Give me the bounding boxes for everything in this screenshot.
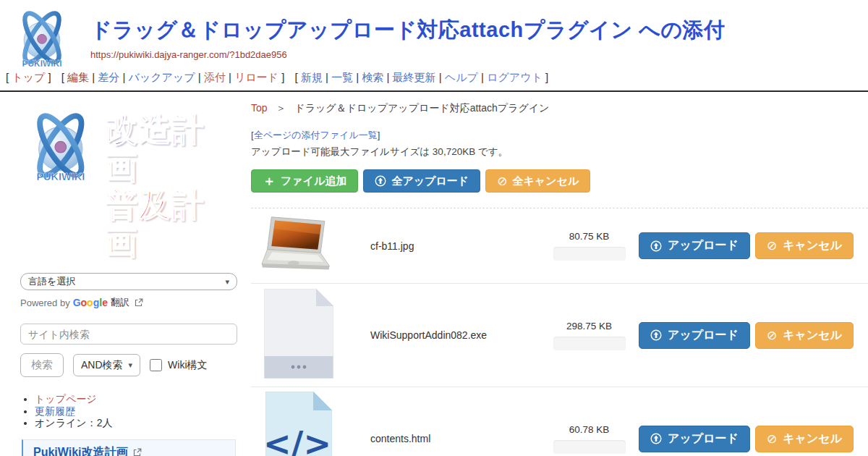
ban-circle-icon: ⊘ — [497, 175, 507, 187]
ban-circle-icon: ⊘ — [767, 240, 777, 252]
file-name: WikiSupportAddin082.exe — [346, 329, 551, 341]
upload-all-button[interactable]: 全アップロード — [363, 169, 480, 193]
nav-item[interactable]: 最終更新 — [383, 71, 435, 83]
nav-group-page-actions: 編集差分バックアップ添付リロード — [61, 71, 285, 85]
file-size-cell: 298.75 KB — [551, 321, 627, 350]
file-row: </> cf-b11.jpg 80.75 KB アップロード — [251, 208, 868, 284]
search-mode-value: AND検索 — [81, 359, 123, 372]
nav-item[interactable]: 検索 — [353, 71, 383, 83]
file-actions: アップロード ⊘ キャンセル — [639, 232, 854, 259]
page-title: ドラッグ＆ドロップアップロード対応attachプラグイン への添付 — [90, 16, 726, 45]
nav-item[interactable]: 新規 — [301, 71, 323, 83]
sidebar-heading-box: PukiWiki改造計画 — [22, 439, 236, 456]
translate-label[interactable]: 翻訳 — [111, 296, 129, 309]
sidebar-link[interactable]: トップページ — [35, 393, 97, 405]
upload-button[interactable]: アップロード — [639, 232, 750, 259]
sidebar-quick-links: トップページ更新履歴オンライン：2人 — [20, 393, 238, 429]
search-controls: 検索 AND検索 ▾ Wiki構文 — [20, 353, 238, 377]
laptop-image-thumbnail — [258, 214, 341, 279]
search-mode-select[interactable]: AND検索 ▾ — [73, 354, 140, 376]
attach-list-line: [全ページの添付ファイル一覧] — [251, 129, 868, 142]
header: PUKIWIKI ドラッグ＆ドロップアップロード対応attachプラグイン への… — [0, 0, 868, 69]
file-thumbnail: </> — [251, 392, 346, 456]
upload-button-label: アップロード — [668, 431, 739, 447]
nav-item[interactable]: 添付 — [195, 71, 226, 83]
language-select[interactable]: 言語を選択 ▾ — [20, 273, 237, 290]
search-button[interactable]: 検索 — [20, 353, 64, 377]
file-thumbnail: </> — [251, 214, 346, 279]
upload-progress-bar — [553, 337, 626, 350]
nav-group-site-actions: 新規一覧検索最終更新ヘルプログアウト — [295, 71, 549, 85]
sidebar-heading-link[interactable]: PukiWiki改造計画 — [33, 446, 128, 456]
google-letter: G — [73, 297, 81, 308]
bracket: ] — [378, 130, 380, 140]
google-letter: g — [93, 297, 100, 308]
file-actions: アップロード ⊘ キャンセル — [639, 322, 854, 349]
logo-wordmark: PUKIWIKI — [22, 59, 61, 69]
atom-icon: PUKIWIKI — [20, 105, 101, 186]
nav-item[interactable]: 一覧 — [323, 71, 353, 83]
file-name: cf-b11.jpg — [346, 240, 551, 252]
wiki-syntax-checkbox[interactable] — [150, 359, 162, 371]
upload-circle-icon — [375, 175, 386, 187]
cancel-button-label: キャンセル — [783, 238, 842, 253]
wiki-syntax-option: Wiki構文 — [150, 359, 207, 372]
cancel-button[interactable]: ⊘ キャンセル — [755, 232, 854, 259]
google-letter: o — [81, 297, 88, 308]
powered-by-label: Powered by — [20, 297, 70, 308]
upload-file-list: </> cf-b11.jpg 80.75 KB アップロード — [251, 208, 868, 456]
breadcrumb-separator: ＞ — [276, 102, 286, 114]
cancel-all-label: 全キャンセル — [512, 174, 579, 188]
logo-wordmark: PUKIWIKI — [36, 171, 85, 182]
language-select-value: 言語を選択 — [28, 275, 75, 288]
upload-circle-icon — [650, 240, 662, 252]
chevron-down-icon: ▾ — [225, 277, 229, 287]
sidebar: PUKIWIKI 改造計画 普及計画 言語を選択 ▾ Powered by Go… — [0, 92, 250, 456]
sidebar-link[interactable]: 更新履歴 — [35, 405, 75, 417]
google-letter: o — [87, 297, 93, 308]
add-file-button[interactable]: ＋ ファイル追加 — [251, 169, 358, 193]
max-filesize-text: アップロード可能最大ファイルサイズは 30,720KB です。 — [251, 145, 868, 159]
banner-slogan: 改造計画 普及計画 — [106, 111, 238, 261]
nav-item[interactable]: ヘルプ — [436, 71, 478, 83]
file-thumbnail: </> — [251, 289, 346, 381]
plus-icon: ＋ — [263, 174, 276, 187]
sidebar-link[interactable]: オンライン：2人 — [35, 417, 112, 428]
page-url-link[interactable]: https://pukiwiki.dajya-ranger.com/?1bd2d… — [90, 49, 287, 60]
site-search-input[interactable] — [20, 324, 237, 345]
file-size-cell: 80.75 KB — [551, 231, 627, 261]
nav-item[interactable]: 差分 — [89, 71, 119, 83]
file-size: 298.75 KB — [551, 321, 627, 332]
atom-icon: PUKIWIKI — [9, 4, 75, 71]
file-row: </> contents.html 60.78 KB アップロー — [251, 387, 868, 456]
pukiwiki-atom-logo-icon[interactable]: PUKIWIKI — [9, 4, 75, 74]
upload-button[interactable]: アップロード — [639, 426, 750, 452]
list-item: 更新履歴 — [35, 405, 238, 418]
list-item: オンライン：2人 — [35, 417, 238, 429]
chevron-down-icon: ▾ — [129, 360, 133, 370]
cancel-button[interactable]: ⊘ キャンセル — [755, 322, 854, 349]
list-item: トップページ — [35, 393, 238, 405]
breadcrumb: Top ＞ ドラッグ＆ドロップアップロード対応attachプラグイン — [251, 102, 868, 115]
all-attachments-link[interactable]: 全ページの添付ファイル一覧 — [254, 130, 378, 140]
upload-button[interactable]: アップロード — [639, 322, 750, 349]
nav-item[interactable]: バックアップ — [119, 71, 195, 83]
upload-circle-icon — [650, 433, 662, 444]
upload-circle-icon — [650, 329, 662, 341]
cancel-all-button[interactable]: ⊘ 全キャンセル — [485, 169, 590, 193]
nav-item[interactable]: リロード — [226, 71, 278, 83]
breadcrumb-home-link[interactable]: Top — [251, 102, 268, 114]
cancel-button-label: キャンセル — [783, 328, 842, 343]
cancel-button[interactable]: ⊘ キャンセル — [755, 426, 854, 452]
upload-progress-bar — [553, 440, 626, 454]
external-link-icon — [133, 448, 142, 456]
nav-item[interactable]: ログアウト — [478, 71, 542, 83]
breadcrumb-current: ドラッグ＆ドロップアップロード対応attachプラグイン — [294, 102, 549, 114]
file-size: 80.75 KB — [551, 231, 627, 242]
sidebar-banner[interactable]: PUKIWIKI 改造計画 普及計画 — [20, 105, 238, 261]
code-file-icon: </> — [265, 392, 332, 456]
wiki-syntax-label: Wiki構文 — [168, 359, 207, 372]
file-name: contents.html — [346, 433, 551, 444]
upload-button-label: アップロード — [668, 238, 739, 253]
upload-button-label: アップロード — [668, 328, 739, 343]
